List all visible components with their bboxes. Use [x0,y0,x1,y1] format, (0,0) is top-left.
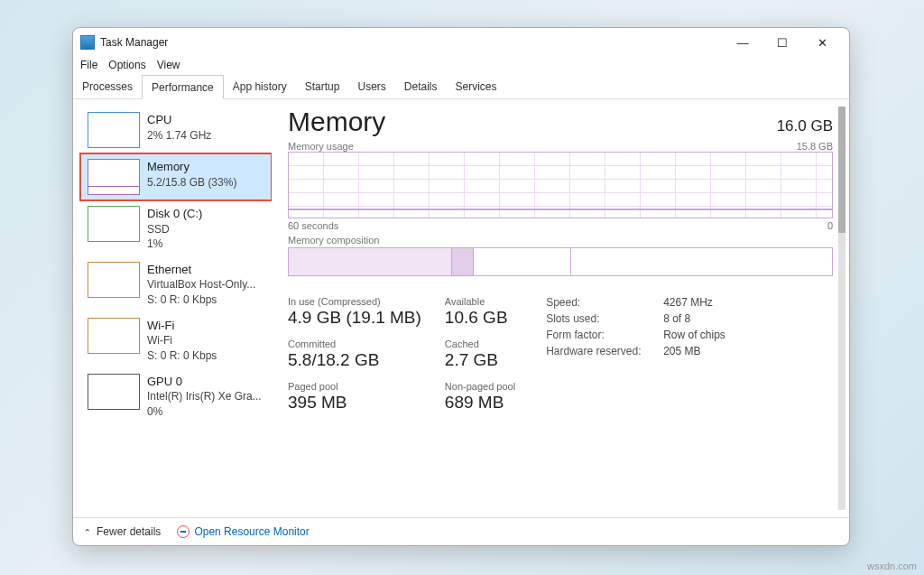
usage-graph-label: Memory usage 15.8 GB [288,141,833,152]
stat-available: Available10.6 GB [445,296,515,328]
wifi-thumb-icon [88,318,140,354]
sidebar-sub: Intel(R) Iris(R) Xe Gra... [147,389,262,403]
tab-app-history[interactable]: App history [224,75,296,98]
tab-processes[interactable]: Processes [73,75,142,98]
sidebar-sub: SSD [147,222,202,236]
sidebar-label: Ethernet [147,262,255,278]
page-title: Memory [288,107,385,137]
resource-monitor-icon [177,525,189,538]
main-panel: Memory 16.0 GB Memory usage 15.8 GB 60 s… [272,99,849,517]
gpu-thumb-icon [88,374,140,410]
memory-thumb-icon [88,159,140,195]
sidebar-sub: Wi-Fi [147,333,217,348]
close-button[interactable]: ✕ [802,30,842,55]
capacity-value: 16.0 GB [777,117,833,135]
memory-usage-graph[interactable] [288,152,833,218]
tabs: Processes Performance App history Startu… [73,75,849,99]
sidebar-sub: VirtualBox Host-Only... [147,277,255,292]
sidebar-sub: 1% [147,236,202,251]
sidebar-label: Wi-Fi [147,318,217,334]
menu-options[interactable]: Options [108,59,145,71]
chevron-up-icon: ⌄ [84,527,91,537]
scrollbar[interactable] [838,107,845,510]
tab-services[interactable]: Services [447,75,506,98]
sidebar-sub: 5.2/15.8 GB (33%) [147,175,236,190]
minimize-button[interactable]: — [723,30,762,55]
stat-cached: Cached2.7 GB [445,339,515,370]
footer: ⌄ Fewer details Open Resource Monitor [73,517,849,545]
sidebar-item-gpu[interactable]: GPU 0 Intel(R) Iris(R) Xe Gra... 0% [80,368,272,424]
sidebar-sub: 0% [147,404,262,419]
main-header: Memory 16.0 GB [288,107,833,137]
open-resource-monitor-link[interactable]: Open Resource Monitor [177,525,309,538]
sidebar-label: CPU [147,112,211,128]
composition-label: Memory composition [288,235,833,246]
sidebar-item-ethernet[interactable]: Ethernet VirtualBox Host-Only... S: 0 R:… [80,256,272,312]
sidebar-item-cpu[interactable]: CPU 2% 1.74 GHz [80,107,272,153]
tab-details[interactable]: Details [395,75,447,98]
stat-committed: Committed5.8/18.2 GB [288,339,421,370]
sidebar-sub: S: 0 R: 0 Kbps [147,348,217,363]
cpu-thumb-icon [88,112,140,148]
menu-view[interactable]: View [157,59,180,71]
sidebar-item-disk[interactable]: Disk 0 (C:) SSD 1% [80,200,272,256]
stat-paged-pool: Paged pool395 MB [288,381,421,413]
menu-file[interactable]: File [80,59,97,71]
tab-startup[interactable]: Startup [296,75,349,98]
body: CPU 2% 1.74 GHz Memory 5.2/15.8 GB (33%)… [73,99,849,517]
graph-axis: 60 seconds 0 [288,220,833,231]
sidebar-sub: 2% 1.74 GHz [147,128,211,143]
stat-non-paged-pool: Non-paged pool689 MB [445,381,515,413]
maximize-button[interactable]: ☐ [762,30,802,55]
titlebar: Task Manager — ☐ ✕ [73,28,849,57]
menubar: File Options View [73,57,849,75]
task-manager-window: Task Manager — ☐ ✕ File Options View Pro… [72,27,850,546]
sidebar: CPU 2% 1.74 GHz Memory 5.2/15.8 GB (33%)… [73,99,272,517]
sidebar-item-wifi[interactable]: Wi-Fi Wi-Fi S: 0 R: 0 Kbps [80,312,272,368]
sidebar-sub: S: 0 R: 0 Kbps [147,292,255,307]
sidebar-label: GPU 0 [147,374,262,390]
window-title: Task Manager [100,36,723,49]
stat-in-use: In use (Compressed)4.9 GB (19.1 MB) [288,296,421,328]
sidebar-item-memory[interactable]: Memory 5.2/15.8 GB (33%) [80,153,272,200]
sidebar-label: Memory [147,159,236,175]
fewer-details-button[interactable]: ⌄ Fewer details [84,525,161,538]
info-block: Speed:4267 MHz Slots used:8 of 8 Form fa… [546,296,725,413]
app-icon [80,35,95,50]
sidebar-label: Disk 0 (C:) [147,206,202,222]
memory-composition-graph[interactable] [288,247,833,276]
stats-block: In use (Compressed)4.9 GB (19.1 MB) Avai… [288,296,833,413]
tab-performance[interactable]: Performance [142,75,224,99]
disk-thumb-icon [88,206,140,242]
tab-users[interactable]: Users [348,75,394,98]
ethernet-thumb-icon [88,262,140,298]
watermark: wsxdn.com [867,561,917,571]
